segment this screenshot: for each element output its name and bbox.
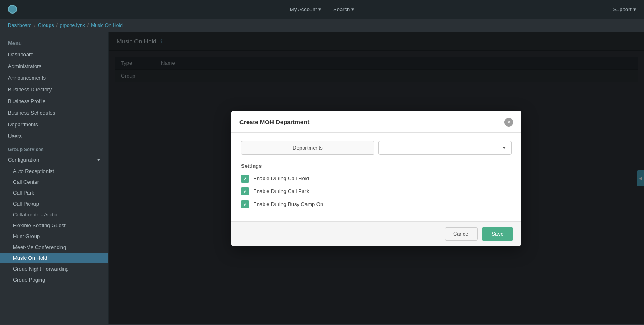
app-logo bbox=[8, 5, 17, 14]
cancel-button[interactable]: Cancel bbox=[445, 227, 478, 241]
sidebar-item-auto-receptionist[interactable]: Auto Receptionist bbox=[0, 166, 108, 177]
sidebar-item-collaborate-audio[interactable]: Collaborate - Audio bbox=[0, 209, 108, 220]
sidebar-group-services-title: Group Services bbox=[0, 142, 108, 154]
sidebar-item-announcements[interactable]: Announcements bbox=[0, 72, 108, 84]
chevron-down-icon: ▾ bbox=[633, 6, 636, 12]
checkbox-label-call-hold: Enable During Call Hold bbox=[253, 175, 309, 181]
sidebar-item-meet-me[interactable]: Meet-Me Conferencing bbox=[0, 242, 108, 253]
modal-overlay: Create MOH Department × Departments ▾ bbox=[109, 32, 644, 324]
sidebar-item-users[interactable]: Users bbox=[0, 130, 108, 142]
nav-my-account[interactable]: My Account ▾ bbox=[290, 6, 321, 12]
checkmark-icon: ✓ bbox=[243, 202, 247, 207]
checkmark-icon: ✓ bbox=[243, 176, 247, 181]
sidebar-item-group-paging[interactable]: Group Paging bbox=[0, 274, 108, 285]
main-layout: Menu Dashboard Administrators Announceme… bbox=[0, 32, 644, 324]
nav-search[interactable]: Search ▾ bbox=[333, 6, 354, 12]
top-bar-nav: My Account ▾ Search ▾ bbox=[290, 6, 354, 12]
breadcrumb-groups[interactable]: Groups bbox=[38, 23, 54, 28]
checkbox-label-busy-camp-on: Enable During Busy Camp On bbox=[253, 201, 323, 207]
checkbox-busy-camp-on[interactable]: ✓ bbox=[241, 200, 249, 208]
checkbox-label-call-park: Enable During Call Park bbox=[253, 188, 309, 194]
sidebar-item-call-pickup[interactable]: Call Pickup bbox=[0, 198, 108, 209]
breadcrumb-sep-2: / bbox=[56, 23, 57, 28]
top-bar: My Account ▾ Search ▾ Support ▾ bbox=[0, 0, 644, 19]
sidebar-item-configuration[interactable]: Configuration ▾ bbox=[0, 154, 108, 166]
sidebar-item-departments[interactable]: Departments bbox=[0, 119, 108, 130]
departments-tab-button[interactable]: Departments bbox=[241, 141, 374, 155]
modal: Create MOH Department × Departments ▾ bbox=[231, 111, 521, 246]
sidebar-item-call-park[interactable]: Call Park bbox=[0, 187, 108, 198]
modal-title: Create MOH Department bbox=[239, 119, 309, 125]
sidebar-item-dashboard[interactable]: Dashboard bbox=[0, 49, 108, 60]
sidebar-item-administrators[interactable]: Administrators bbox=[0, 60, 108, 72]
breadcrumb-sep-3: / bbox=[87, 23, 89, 28]
sidebar-item-hunt-group[interactable]: Hunt Group bbox=[0, 231, 108, 242]
chevron-down-icon: ▾ bbox=[318, 6, 321, 12]
modal-close-button[interactable]: × bbox=[504, 118, 513, 127]
departments-select[interactable]: ▾ bbox=[378, 141, 512, 155]
sidebar-item-flexible-seating[interactable]: Flexible Seating Guest bbox=[0, 220, 108, 231]
checkbox-row-call-park: ✓ Enable During Call Park bbox=[241, 187, 512, 195]
chevron-down-icon: ▾ bbox=[503, 145, 506, 151]
sidebar-item-group-night-forwarding[interactable]: Group Night Forwarding bbox=[0, 263, 108, 274]
modal-body: Departments ▾ Settings ✓ bbox=[231, 133, 521, 221]
top-bar-right: Support ▾ bbox=[613, 6, 636, 12]
checkbox-call-hold[interactable]: ✓ bbox=[241, 175, 249, 183]
sidebar-menu-title: Menu bbox=[0, 36, 108, 49]
breadcrumb-sep-1: / bbox=[34, 23, 35, 28]
sidebar-item-business-profile[interactable]: Business Profile bbox=[0, 95, 108, 107]
sidebar-item-music-on-hold[interactable]: Music On Hold bbox=[0, 253, 108, 263]
sidebar-item-business-schedules[interactable]: Business Schedules bbox=[0, 107, 108, 119]
checkbox-row-call-hold: ✓ Enable During Call Hold bbox=[241, 175, 512, 183]
sidebar-item-business-directory[interactable]: Business Directory bbox=[0, 84, 108, 95]
top-bar-left bbox=[8, 5, 17, 14]
breadcrumb: Dashboard / Groups / grpone.lynk / Music… bbox=[0, 19, 644, 32]
content-area: Music On Hold ℹ Type Name Group ◀ Create… bbox=[109, 32, 644, 324]
departments-row: Departments ▾ bbox=[241, 141, 512, 155]
checkbox-row-busy-camp-on: ✓ Enable During Busy Camp On bbox=[241, 200, 512, 208]
modal-footer: Cancel Save bbox=[231, 221, 521, 246]
chevron-down-icon: ▾ bbox=[351, 6, 354, 12]
checkbox-call-park[interactable]: ✓ bbox=[241, 187, 249, 195]
breadcrumb-current: Music On Hold bbox=[91, 23, 123, 28]
breadcrumb-dashboard[interactable]: Dashboard bbox=[8, 23, 32, 28]
checkmark-icon: ✓ bbox=[243, 189, 247, 194]
breadcrumb-grpone[interactable]: grpone.lynk bbox=[60, 23, 85, 28]
sidebar: Menu Dashboard Administrators Announceme… bbox=[0, 32, 109, 324]
save-button[interactable]: Save bbox=[482, 227, 513, 241]
sidebar-item-call-center[interactable]: Call Center bbox=[0, 177, 108, 187]
modal-header: Create MOH Department × bbox=[231, 111, 521, 133]
chevron-down-icon: ▾ bbox=[97, 157, 100, 163]
settings-section-title: Settings bbox=[241, 163, 512, 169]
nav-support[interactable]: Support ▾ bbox=[613, 6, 636, 12]
